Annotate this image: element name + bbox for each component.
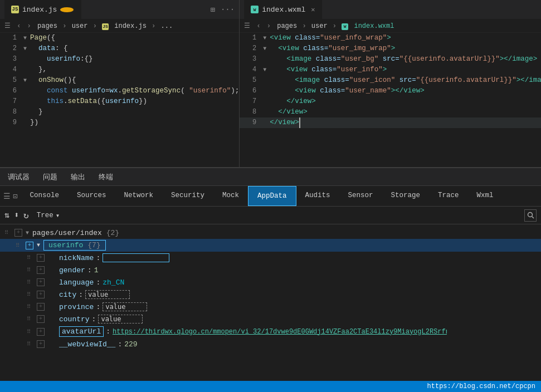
rline-num-4: 4 <box>240 65 261 75</box>
bc-last-left: ... <box>160 22 173 30</box>
devtools-position-icon[interactable]: ⊡ <box>13 192 17 201</box>
sort-icon[interactable]: ⇅ <box>4 210 9 220</box>
nickname-input[interactable] <box>103 253 169 262</box>
bc-wicon-right: W <box>342 23 348 30</box>
province-colon: : <box>96 303 100 311</box>
add-icon-nickname[interactable]: + <box>37 254 45 262</box>
city-input[interactable] <box>85 290 130 299</box>
province-input[interactable] <box>103 302 147 311</box>
add-icon-language[interactable]: + <box>37 278 45 286</box>
code-line-7: 7 this.setData({userinfo}) <box>0 96 239 107</box>
tab-inner-storage[interactable]: Storage <box>382 186 430 206</box>
bc-fwd-right[interactable]: › <box>267 22 271 30</box>
modified-dot <box>60 7 74 12</box>
add-icon-province[interactable]: + <box>37 303 45 311</box>
language-key: language <box>59 278 94 287</box>
tree-userinfo-row[interactable]: ⠿ + ▼ userinfo {7} <box>0 239 541 252</box>
tab-label-left: index.js <box>22 6 57 14</box>
line-content-4: }, <box>29 65 239 75</box>
tab-outer-terminal[interactable]: 终端 <box>95 170 116 184</box>
tab-outer-output[interactable]: 输出 <box>67 170 89 184</box>
tab-index-js[interactable]: JS index.js <box>4 0 81 19</box>
devtools-inner-tab-bar: ☰ ⊡ Console Sources Network Security Moc… <box>0 186 541 207</box>
line-num-6: 6 <box>0 86 21 96</box>
more-icon[interactable]: ··· <box>221 5 235 14</box>
rline-content-5: <image class="user_icon" src="{{userinfo… <box>269 75 541 86</box>
tab-inner-mock[interactable]: Mock <box>213 186 248 206</box>
status-url[interactable]: https://blog.csdn.net/cpcpn <box>427 383 535 390</box>
tab-inner-network[interactable]: Network <box>115 186 162 206</box>
tab-outer-debugger[interactable]: 调试器 <box>4 170 33 184</box>
expand-userinfo[interactable]: ▼ <box>37 242 40 248</box>
add-icon-gender[interactable]: + <box>37 266 45 274</box>
svg-point-0 <box>528 213 532 217</box>
devtools-menu-icon[interactable]: ☰ <box>3 192 11 201</box>
tab-inner-sources[interactable]: Sources <box>68 186 115 206</box>
tab-inner-security[interactable]: Security <box>162 186 213 206</box>
code-line-5: 5 ▼ onShow(){ <box>0 75 239 86</box>
bc-back-right[interactable]: ‹ <box>256 22 260 30</box>
drag-handle-avatar: ⠿ <box>27 329 33 335</box>
nickname-colon: : <box>96 254 100 262</box>
userinfo-key: userinfo {7} <box>43 240 106 251</box>
tab-inner-console[interactable]: Console <box>21 186 68 206</box>
code-area-left: 1 ▼ Page({ 2 ▼ data: { 3 userinfo:{} <box>0 33 239 167</box>
add-icon-userinfo[interactable]: + <box>26 242 33 249</box>
bc-part1-left: pages <box>37 22 57 30</box>
tab-inner-trace[interactable]: Trace <box>429 186 468 206</box>
bc-file-right: index.wxml <box>354 22 394 30</box>
tab-outer-issues[interactable]: 问题 <box>40 170 61 184</box>
tab-inner-appdata[interactable]: AppData <box>248 186 296 206</box>
line-num-4: 4 <box>0 65 21 75</box>
tree-label: Tree <box>37 212 53 219</box>
rline-content-2: <view class="user_img_wrap"> <box>269 43 541 54</box>
code-line-3: 3 userinfo:{} <box>0 54 239 65</box>
line-num-2: 2 <box>0 43 21 54</box>
expand-root[interactable]: ▼ <box>26 230 29 236</box>
collapse-1[interactable]: ▼ <box>21 33 29 43</box>
expand-collapse-icon[interactable]: ⬍ <box>14 210 19 220</box>
tab-inner-sensor[interactable]: Sensor <box>339 186 382 206</box>
add-icon-avatar[interactable]: + <box>37 328 45 336</box>
gender-colon: : <box>87 266 92 275</box>
status-bar: https://blog.csdn.net/cpcpn <box>0 381 541 392</box>
add-icon-city[interactable]: + <box>37 291 45 298</box>
bc-sep1-left: › <box>62 22 66 30</box>
tab-actions-left: ⊞ ··· <box>211 5 235 14</box>
collapse-2[interactable]: ▼ <box>21 43 29 54</box>
country-colon: : <box>92 315 96 324</box>
tab-inner-audits[interactable]: Audits <box>296 186 339 206</box>
tab-inner-wxml[interactable]: Wxml <box>468 186 503 206</box>
collapse-5[interactable]: ▼ <box>21 75 29 86</box>
line-num-1: 1 <box>0 33 21 43</box>
bc-hamburger-right[interactable]: ☰ <box>244 22 250 30</box>
bc-fwd-left[interactable]: › <box>27 22 31 30</box>
line-content-9: }) <box>29 117 239 128</box>
rcollapse-4[interactable]: ▼ <box>261 65 269 75</box>
bc-back-left[interactable]: ‹ <box>17 22 21 30</box>
rcollapse-1[interactable]: ▼ <box>261 33 269 43</box>
add-icon-country[interactable]: + <box>37 315 45 323</box>
add-icon-root[interactable]: + <box>14 229 22 237</box>
rcode-line-2: 2 ▼ <view class="user_img_wrap"> <box>240 43 541 54</box>
drag-handle-nickname: ⠿ <box>27 254 33 261</box>
bc-nav-right: ☰ ‹ › pages › user › W index.wxml <box>244 22 394 30</box>
country-input[interactable] <box>98 315 143 324</box>
add-icon-webview[interactable]: + <box>37 340 45 348</box>
bc-icon-left[interactable]: ☰ <box>4 22 11 30</box>
split-icon[interactable]: ⊞ <box>211 5 215 14</box>
search-btn[interactable] <box>524 209 537 222</box>
nickname-key: nickName <box>59 254 94 262</box>
refresh-btn[interactable]: ↻ <box>23 210 29 221</box>
gender-key: gender <box>59 266 85 275</box>
tree-city-row: ⠿ + city : <box>0 288 541 301</box>
bc-file-left: index.js <box>114 22 147 30</box>
close-tab-right[interactable]: ✕ <box>311 6 315 14</box>
tab-index-wxml[interactable]: W index.wxml ✕ <box>244 0 322 19</box>
rcollapse-2[interactable]: ▼ <box>261 43 269 54</box>
avatarurl-value[interactable]: https://thirdwx.qlogo.cn/mmopen/vi_32/17… <box>113 328 447 336</box>
breadcrumb-left: ☰ ‹ › pages › user › JS index.js › ... <box>0 19 239 33</box>
tree-country-row: ⠿ + country : <box>0 313 541 325</box>
search-icon <box>527 212 534 219</box>
tree-dropdown-btn[interactable]: Tree ▾ <box>33 210 64 221</box>
